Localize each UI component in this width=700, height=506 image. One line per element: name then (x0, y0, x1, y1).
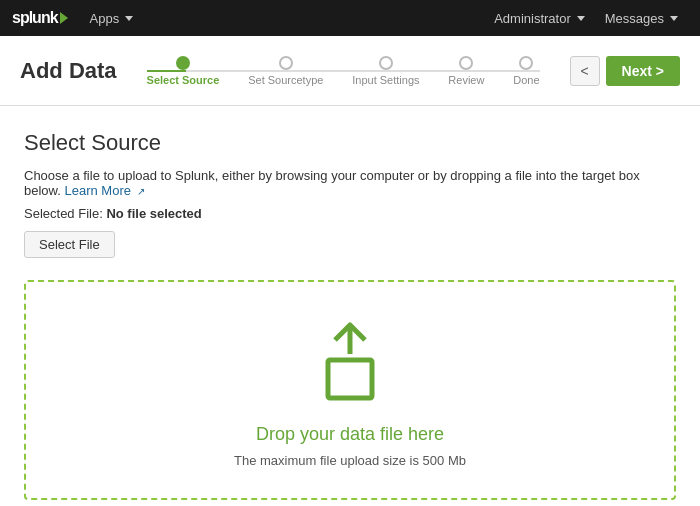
nav-right: Administrator Messages (484, 0, 688, 36)
drop-zone-subtext: The maximum file upload size is 500 Mb (234, 453, 466, 468)
step-set-sourcetype: Set Sourcetype (248, 56, 323, 86)
nav-left: splunk Apps (12, 0, 143, 36)
wizard-title: Add Data (20, 58, 117, 84)
messages-label: Messages (605, 11, 664, 26)
step-label-5: Done (513, 74, 539, 86)
step-circle-3 (379, 56, 393, 70)
step-label-1: Select Source (147, 74, 220, 86)
upload-icon (310, 322, 390, 412)
step-label-3: Input Settings (352, 74, 419, 86)
messages-caret-icon (670, 16, 678, 21)
admin-caret-icon (577, 16, 585, 21)
splunk-logo[interactable]: splunk (12, 9, 68, 27)
apps-menu-button[interactable]: Apps (80, 0, 144, 36)
drop-zone-title: Drop your data file here (256, 424, 444, 445)
step-input-settings: Input Settings (352, 56, 419, 86)
next-button[interactable]: Next > (606, 56, 680, 86)
external-link-icon: ↗ (137, 186, 145, 197)
wizard-steps-list: Select Source Set Sourcetype Input Setti… (147, 56, 540, 86)
selected-file-value: No file selected (106, 206, 201, 221)
learn-more-link[interactable]: Learn More ↗ (65, 183, 145, 198)
apps-label: Apps (90, 11, 120, 26)
description-text: Choose a file to upload to Splunk, eithe… (24, 168, 676, 198)
wizard-steps: Select Source Set Sourcetype Input Setti… (147, 56, 540, 86)
main-content: Select Source Choose a file to upload to… (0, 106, 700, 506)
select-file-button[interactable]: Select File (24, 231, 115, 258)
step-circle-2 (279, 56, 293, 70)
selected-file-info: Selected File: No file selected (24, 206, 676, 221)
admin-label: Administrator (494, 11, 571, 26)
drop-zone[interactable]: Drop your data file here The maximum fil… (24, 280, 676, 500)
wizard-nav: < Next > (570, 56, 680, 86)
logo-text: splunk (12, 9, 58, 27)
step-done: Done (513, 56, 539, 86)
admin-menu-button[interactable]: Administrator (484, 0, 595, 36)
prev-button[interactable]: < (570, 56, 600, 86)
top-nav: splunk Apps Administrator Messages (0, 0, 700, 36)
step-select-source: Select Source (147, 56, 220, 86)
step-circle-5 (519, 56, 533, 70)
svg-rect-0 (328, 360, 372, 398)
step-circle-1 (176, 56, 190, 70)
step-label-2: Set Sourcetype (248, 74, 323, 86)
messages-menu-button[interactable]: Messages (595, 0, 688, 36)
apps-caret-icon (125, 16, 133, 21)
step-label-4: Review (448, 74, 484, 86)
splunk-chevron-icon (60, 12, 68, 24)
next-label: Next > (622, 63, 664, 79)
step-circle-4 (459, 56, 473, 70)
section-title: Select Source (24, 130, 676, 156)
wizard-bar: Add Data Select Source Set Sourcetype In… (0, 36, 700, 106)
learn-more-label: Learn More (65, 183, 131, 198)
selected-file-label: Selected File: (24, 206, 103, 221)
step-review: Review (448, 56, 484, 86)
prev-icon: < (580, 63, 588, 79)
select-file-label: Select File (39, 237, 100, 252)
